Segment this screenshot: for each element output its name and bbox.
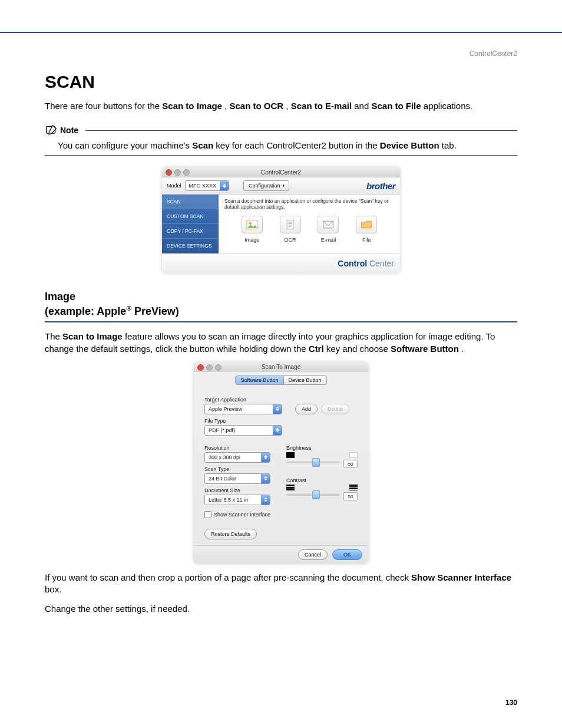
scan-to-image-dialog: Scan To Image Software Button Device But… xyxy=(194,363,368,564)
checkbox-icon xyxy=(204,511,211,518)
show-scanner-interface-checkbox[interactable]: Show Scanner Interface xyxy=(204,511,276,518)
scan-to-ocr-button[interactable]: OCR xyxy=(280,216,301,243)
zoom-icon[interactable] xyxy=(183,169,190,176)
scan-type-select[interactable]: 24 Bit Color xyxy=(204,473,270,484)
email-icon xyxy=(318,216,339,233)
change-settings-paragraph: Change the other settings, if needed. xyxy=(45,603,517,615)
slider-knob[interactable] xyxy=(312,458,320,467)
sidebar-item-copy-pcfax[interactable]: COPY / PC-FAX xyxy=(162,224,219,239)
contrast-slider-row: ··········· 50 xyxy=(286,492,358,502)
slider-knob[interactable] xyxy=(312,490,320,499)
sidebar-item-custom-scan[interactable]: CUSTOM SCAN xyxy=(162,209,219,224)
note-body: You can configure your machine's Scan ke… xyxy=(45,137,517,155)
svg-rect-7 xyxy=(286,485,295,486)
file-type-select[interactable]: PDF (*.pdf) xyxy=(204,425,282,436)
document-size-label: Document Size xyxy=(204,487,276,493)
scan-to-image-paragraph: The Scan to Image feature allows you to … xyxy=(45,331,517,355)
dialog-titlebar: Scan To Image xyxy=(194,363,368,372)
ok-button[interactable]: OK xyxy=(332,549,362,560)
resolution-select[interactable]: 300 x 300 dpi xyxy=(204,452,270,463)
brightness-low-icon xyxy=(286,452,295,458)
restore-defaults-button[interactable]: Restore Defaults xyxy=(204,529,257,539)
chevron-updown-icon xyxy=(261,453,270,462)
chevron-updown-icon xyxy=(261,474,270,483)
minimize-icon[interactable] xyxy=(174,169,181,176)
page-title: SCAN xyxy=(45,72,517,92)
right-column: Brightness ··········· xyxy=(286,442,358,539)
device-button-label: Device Button xyxy=(380,140,439,150)
scan-to-ocr-label: Scan to OCR xyxy=(230,101,284,111)
text: and xyxy=(354,101,371,111)
scan-to-file-label: Scan to File xyxy=(371,101,421,111)
close-icon[interactable] xyxy=(197,364,204,371)
note-box: Note You can configure your machine's Sc… xyxy=(45,124,517,156)
minimize-icon[interactable] xyxy=(206,364,213,371)
scan-to-email-button[interactable]: E-mail xyxy=(318,216,339,243)
folder-icon xyxy=(356,216,377,233)
page-number: 130 xyxy=(505,699,517,707)
text: If you want to scan and then crop a port… xyxy=(45,572,411,582)
target-application-value: Apple Preview xyxy=(205,406,273,412)
section-rule xyxy=(45,321,517,322)
zoom-icon[interactable] xyxy=(215,364,222,371)
checkbox-label: Show Scanner Interface xyxy=(214,512,270,518)
resolution-value: 300 x 300 dpi xyxy=(205,454,261,460)
window-titlebar: ControlCenter2 xyxy=(162,167,400,177)
controlcenter2-screenshot: ControlCenter2 Model MFC-XXXX Configurat… xyxy=(45,167,517,273)
configuration-menu[interactable]: Configuration xyxy=(243,180,289,191)
document-size-select[interactable]: Letter 8.5 x 11 in xyxy=(204,495,270,505)
contrast-high-icon xyxy=(349,485,358,490)
configuration-label: Configuration xyxy=(249,183,280,189)
target-application-select[interactable]: Apple Preview xyxy=(204,404,282,414)
dialog-footer: Cancel OK xyxy=(194,545,368,564)
left-column: Resolution 300 x 300 dpi Scan Type 24 Bi… xyxy=(204,442,276,539)
scan-to-image-bold: Scan to Image xyxy=(62,331,123,341)
registered-mark: ® xyxy=(126,304,131,312)
scan-type-value: 24 Bit Color xyxy=(205,476,261,482)
model-select[interactable]: MFC-XXXX xyxy=(185,180,230,191)
text: The xyxy=(45,331,62,341)
add-button[interactable]: Add xyxy=(295,404,318,414)
scan-to-image-dialog-screenshot: Scan To Image Software Button Device But… xyxy=(45,363,517,564)
delete-button: Delete xyxy=(321,404,349,414)
text: . xyxy=(461,344,464,354)
controlcenter2-window: ControlCenter2 Model MFC-XXXX Configurat… xyxy=(162,167,400,273)
sidebar-item-device-settings[interactable]: DEVICE SETTINGS xyxy=(162,239,219,253)
text: applications. xyxy=(424,101,472,111)
scan-to-image-label: Scan to Image xyxy=(162,101,222,111)
text: , xyxy=(224,101,229,111)
chevron-right-icon xyxy=(280,184,289,187)
model-value: MFC-XXXX xyxy=(186,183,220,189)
dialog-title: Scan To Image xyxy=(262,364,301,370)
chevron-updown-icon xyxy=(261,495,270,505)
tab-software-button[interactable]: Software Button xyxy=(235,375,283,385)
button-label: E-mail xyxy=(321,237,336,243)
contrast-slider[interactable] xyxy=(286,493,340,496)
traffic-lights xyxy=(166,169,190,176)
scan-to-image-button[interactable]: Image xyxy=(242,216,263,243)
show-scanner-interface-bold: Show Scanner Interface xyxy=(411,572,511,582)
tab-device-button[interactable]: Device Button xyxy=(284,375,327,385)
model-label: Model xyxy=(167,183,181,189)
main-panel: Scan a document into an application or c… xyxy=(219,195,400,253)
text: tab. xyxy=(442,140,457,150)
show-scanner-interface-paragraph: If you want to scan and then crop a port… xyxy=(45,572,517,596)
contrast-value: 50 xyxy=(343,492,358,500)
scan-to-file-button[interactable]: File xyxy=(356,216,377,243)
dialog-content: Target Application Apple Preview Add Del… xyxy=(194,390,368,545)
svg-rect-5 xyxy=(286,452,295,458)
chevron-updown-icon xyxy=(273,426,282,435)
close-icon[interactable] xyxy=(166,169,172,176)
tab-bar: Software Button Device Button xyxy=(194,375,368,385)
image-icon xyxy=(242,216,263,233)
software-button-bold: Software Button xyxy=(391,344,459,354)
note-bottom-rule xyxy=(45,155,517,156)
brightness-label: Brightness xyxy=(286,445,358,451)
cancel-button[interactable]: Cancel xyxy=(298,549,328,560)
chevron-updown-icon xyxy=(220,181,229,190)
sidebar-item-scan[interactable]: SCAN xyxy=(162,195,219,209)
svg-rect-3 xyxy=(287,220,294,229)
ctrl-bold: Ctrl xyxy=(309,344,324,354)
brightness-slider[interactable] xyxy=(286,461,340,463)
target-application-row: Apple Preview Add Delete xyxy=(204,404,358,414)
